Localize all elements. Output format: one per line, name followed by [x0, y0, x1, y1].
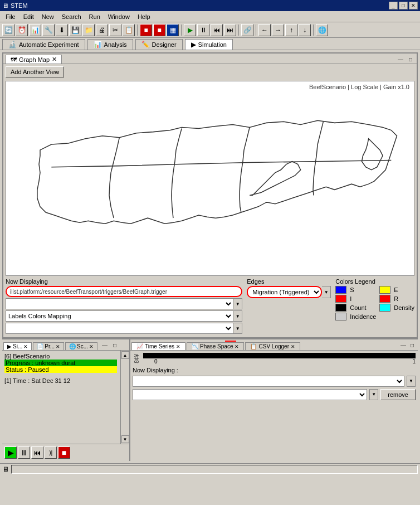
sim-tab-sim-icon: ▶ — [7, 343, 12, 349]
dropdown-arrow-2[interactable]: ▼ — [233, 310, 242, 322]
toolbar-btn-1[interactable]: 🔄 — [2, 24, 14, 36]
toolbar-btn-13[interactable]: ▦ — [167, 24, 179, 36]
app-icon: 🖥 — [2, 2, 8, 9]
toolbar-btn-17[interactable]: ↑ — [285, 24, 297, 36]
ts-select-1[interactable] — [133, 376, 404, 387]
sim-tab-sc-close[interactable]: ✕ — [89, 344, 94, 349]
toolbar-btn-7[interactable]: 📁 — [82, 24, 95, 36]
sim-scroll-down[interactable]: ▼ — [121, 435, 129, 443]
edges-select[interactable]: Migration (Triggered) — [247, 286, 322, 298]
ts-remove-button[interactable]: remove — [380, 389, 416, 400]
ts-arrow-btn-1[interactable]: ▼ — [407, 376, 416, 387]
toolbar-btn-back[interactable]: ⏮ — [211, 24, 223, 36]
sim-tab-pr[interactable]: 📄 Pr... ✕ — [33, 342, 64, 350]
phase-space-close[interactable]: ✕ — [235, 344, 239, 349]
sim-tab-pr-close[interactable]: ✕ — [56, 344, 60, 349]
sim-pause-button[interactable]: ⏸ — [18, 446, 30, 459]
tab-phase-space[interactable]: 📉 Phase Space ✕ — [187, 342, 245, 350]
tab-csv-logger[interactable]: 📋 CSV Logger ✕ — [245, 342, 300, 350]
ts-panel-maximize[interactable]: □ — [409, 342, 416, 349]
tab-simulation[interactable]: ▶ Simulation — [185, 39, 233, 50]
toolbar-btn-16[interactable]: → — [272, 24, 284, 36]
toolbar-btn-9[interactable]: ✂ — [109, 24, 121, 36]
auto-experiment-icon: 🔬 — [8, 41, 17, 48]
dropdown-select-2[interactable]: Labels Colors Mapping — [6, 310, 233, 322]
time-series-close[interactable]: ✕ — [176, 344, 180, 349]
toolbar-btn-8[interactable]: 🖨 — [96, 24, 108, 36]
toolbar-btn-5[interactable]: ⬇ — [56, 24, 68, 36]
toolbar-btn-12[interactable]: ■ — [153, 24, 165, 36]
graph-map-close-icon[interactable]: ✕ — [52, 56, 57, 63]
ts-x-start: 0 — [154, 358, 158, 365]
toolbar-btn-15[interactable]: ← — [258, 24, 271, 36]
close-button[interactable]: ✕ — [409, 2, 418, 9]
sim-step-button[interactable]: ⟩| — [45, 446, 57, 459]
ts-panel-minimize[interactable]: — — [399, 342, 408, 349]
toolbar-btn-18[interactable]: ↓ — [299, 24, 311, 36]
toolbar: 🔄 ⏰ 📊 🔧 ⬇ 💾 📁 🖨 ✂ 📋 ■ ■ ▦ ▶ ⏸ ⏮ ⏭ 🔗 ← → … — [0, 22, 420, 38]
toolbar-btn-pause[interactable]: ⏸ — [197, 24, 209, 36]
toolbar-btn-6[interactable]: 💾 — [69, 24, 81, 36]
legend-label-incidence: Incidence — [350, 313, 376, 320]
ts-arrow-btn-2[interactable]: ▼ — [369, 389, 378, 400]
tab-time-series[interactable]: 📈 Time Series ✕ — [131, 342, 185, 350]
toolbar-btn-2[interactable]: ⏰ — [16, 24, 28, 36]
minimize-button[interactable]: _ — [389, 2, 398, 9]
ts-chart — [143, 353, 416, 358]
add-another-view-button[interactable]: Add Another View — [6, 66, 64, 77]
toolbar-btn-14[interactable]: 🔗 — [241, 24, 253, 36]
panel-controls: — □ — [395, 56, 414, 63]
toolbar-btn-11[interactable]: ■ — [140, 24, 152, 36]
sim-panel-maximize[interactable]: □ — [111, 342, 119, 349]
sim-stop-button[interactable]: ■ — [58, 446, 70, 459]
sim-play-button[interactable]: ▶ — [4, 446, 17, 459]
maximize-button[interactable]: □ — [399, 2, 408, 9]
sim-scrollbar[interactable]: ▲ ▼ — [120, 351, 129, 444]
toolbar-btn-4[interactable]: 🔧 — [42, 24, 55, 36]
menu-run[interactable]: Run — [86, 13, 104, 21]
ts-red-line — [225, 341, 236, 342]
csv-logger-close[interactable]: ✕ — [291, 344, 295, 349]
sim-back-button[interactable]: ⏮ — [31, 446, 43, 459]
ts-tab-bar: 📈 Time Series ✕ 📉 Phase Space ✕ 📋 CSV Lo… — [130, 339, 418, 351]
ts-select-2[interactable] — [133, 389, 367, 400]
graph-map-icon: 🗺 — [11, 56, 17, 63]
tab-designer[interactable]: ✏️ Designer — [135, 39, 183, 50]
panel-maximize-btn[interactable]: □ — [407, 56, 414, 63]
toolbar-btn-ff[interactable]: ⏭ — [224, 24, 236, 36]
tab-simulation-label: Simulation — [198, 41, 227, 48]
panel-minimize-btn[interactable]: — — [395, 56, 406, 63]
sim-tab-sc-label: Sc... — [77, 343, 88, 349]
sim-tab-sim-close[interactable]: ✕ — [23, 344, 28, 349]
edges-dropdown: Migration (Triggered) ▼ — [247, 286, 331, 298]
menu-window[interactable]: Window — [105, 13, 133, 21]
tab-analysis[interactable]: 📊 Analysis — [87, 39, 133, 50]
menu-help[interactable]: Help — [134, 13, 154, 21]
legend-grid: S E I R Count Density Incidence — [335, 286, 414, 321]
dropdown-arrow-3[interactable]: ▼ — [233, 323, 242, 334]
toolbar-btn-19[interactable]: 🌐 — [316, 24, 328, 36]
sim-tab-simulation[interactable]: ▶ Si... ✕ — [3, 342, 32, 350]
menu-edit[interactable]: Edit — [20, 13, 37, 21]
sim-tab-sc[interactable]: 🌐 Sc... ✕ — [65, 342, 97, 350]
legend-label-count: Count — [350, 304, 376, 311]
menu-search[interactable]: Search — [58, 13, 85, 21]
toolbar-btn-10[interactable]: 📋 — [123, 24, 135, 36]
sim-scroll-up[interactable]: ▲ — [121, 351, 129, 359]
edges-arrow-btn[interactable]: ▼ — [322, 286, 331, 298]
dropdown-arrow-1[interactable]: ▼ — [233, 298, 242, 309]
toolbar-btn-3[interactable]: 📊 — [29, 24, 41, 36]
ts-dropdown-row-2: ▼ remove — [133, 389, 416, 400]
trigger-input[interactable] — [6, 286, 242, 297]
dropdown-select-1[interactable] — [6, 298, 233, 309]
graph-map-panel: 🗺 Graph Map ✕ — □ Add Another View BeefS… — [2, 52, 418, 338]
menu-new[interactable]: New — [38, 13, 57, 21]
sim-tab-sim-label: Si... — [13, 343, 22, 349]
dropdown-select-3[interactable] — [6, 323, 233, 334]
graph-map-tab[interactable]: 🗺 Graph Map ✕ — [6, 55, 62, 64]
map-area: BeefScenario | Log Scale | Gain x1.0 — [6, 81, 414, 276]
sim-panel-minimize[interactable]: — — [100, 342, 110, 349]
menu-file[interactable]: File — [2, 13, 19, 21]
tab-automatic-experiment[interactable]: 🔬 Automatic Experiment — [2, 39, 85, 50]
toolbar-btn-run[interactable]: ▶ — [184, 24, 196, 36]
